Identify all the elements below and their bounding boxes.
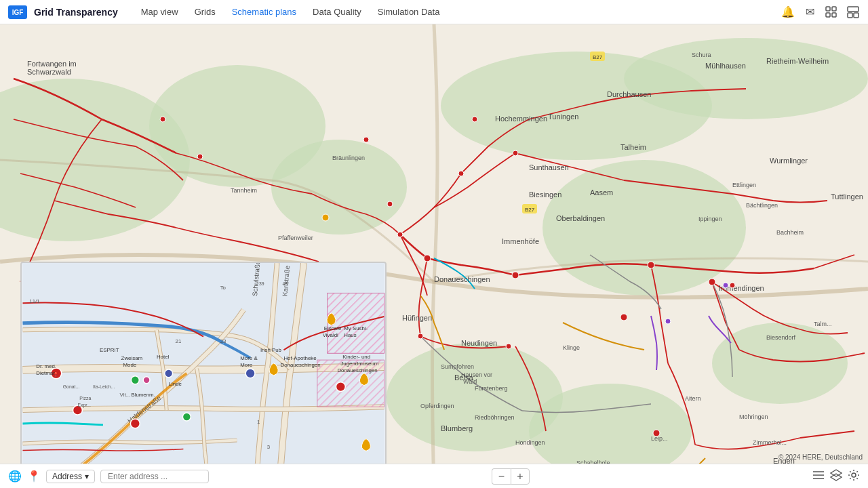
svg-point-102 <box>130 419 140 428</box>
chevron-down-icon: ▾ <box>85 472 89 481</box>
globe-icon[interactable]: 🌐 <box>8 470 22 483</box>
nav-map-view[interactable]: Map view <box>134 4 185 20</box>
svg-text:Riedböhringen: Riedböhringen <box>475 414 515 421</box>
svg-text:Pizza: Pizza <box>79 396 91 401</box>
svg-rect-8 <box>854 13 859 18</box>
zoom-out-button[interactable]: − <box>492 468 511 485</box>
layout-icon[interactable] <box>846 5 860 19</box>
svg-marker-146 <box>831 474 842 481</box>
svg-point-103 <box>336 382 345 392</box>
svg-rect-3 <box>832 7 836 11</box>
svg-text:Mode: Mode <box>123 362 137 368</box>
svg-text:Vit...: Vit... <box>120 392 131 398</box>
svg-text:Irish Pub: Irish Pub <box>260 347 282 353</box>
layers-icon[interactable] <box>830 469 842 484</box>
svg-text:Donaueschingen: Donaueschingen <box>281 362 321 368</box>
svg-text:Ita-Leich...: Ita-Leich... <box>93 384 115 389</box>
svg-text:Linde: Linde <box>169 381 182 387</box>
svg-point-84 <box>665 319 671 324</box>
svg-text:B27: B27 <box>525 207 535 213</box>
svg-text:Schura: Schura <box>692 52 711 58</box>
nav-grids[interactable]: Grids <box>188 4 222 20</box>
bell-icon[interactable]: 🔔 <box>781 5 795 19</box>
svg-point-71 <box>424 255 431 262</box>
svg-text:Biesingen: Biesingen <box>529 190 561 199</box>
svg-rect-6 <box>848 7 859 12</box>
svg-text:Eiscafé: Eiscafé <box>324 325 342 331</box>
svg-point-15 <box>542 160 746 296</box>
address-type-select[interactable]: Address ▾ <box>46 470 95 483</box>
inset-map-svg: Schulstraße Karlstraße Haldenstraße 📍 <box>22 263 385 470</box>
svg-point-87 <box>197 154 203 159</box>
top-navigation: IGF Grid Transparency Map view Grids Sch… <box>0 0 868 24</box>
bottom-bar: 🌐 📍 Address ▾ − + <box>0 464 868 488</box>
nav-data-quality[interactable]: Data Quality <box>306 4 368 20</box>
svg-text:Haus: Haus <box>344 332 356 338</box>
svg-text:Opferdingen: Opferdingen <box>420 403 454 409</box>
app-title: Grid Transparency <box>34 7 118 18</box>
svg-text:Hausen vor: Hausen vor <box>461 371 492 378</box>
svg-point-83 <box>723 283 728 288</box>
svg-point-81 <box>653 430 660 436</box>
map-area[interactable]: B27 B27 <box>0 24 868 488</box>
bottom-left: 🌐 📍 Address ▾ <box>8 470 209 483</box>
svg-point-90 <box>506 344 511 349</box>
svg-text:Neudingen: Neudingen <box>461 339 497 347</box>
svg-text:Durchhausen: Durchhausen <box>607 90 651 98</box>
svg-text:Hüfingen: Hüfingen <box>402 314 432 322</box>
address-type-label: Address <box>52 472 82 481</box>
svg-text:Klinge: Klinge <box>563 344 580 351</box>
nav-simulation-data[interactable]: Simulation Data <box>371 4 447 20</box>
svg-text:Hondingen: Hondingen <box>515 439 545 446</box>
svg-point-108 <box>143 377 150 384</box>
svg-text:Zimmerhol...: Zimmerhol... <box>753 439 787 446</box>
svg-point-105 <box>165 369 173 378</box>
marker-icon[interactable]: 📍 <box>27 470 41 483</box>
zoom-in-button[interactable]: + <box>511 468 530 485</box>
svg-text:Aitern: Aitern <box>685 395 701 402</box>
svg-text:Dietmar: Dietmar <box>36 370 55 376</box>
svg-text:Sumpfohren: Sumpfohren <box>441 363 474 370</box>
settings-icon[interactable] <box>848 469 860 484</box>
svg-text:1: 1 <box>257 419 260 425</box>
svg-text:Talm...: Talm... <box>814 321 832 327</box>
svg-point-147 <box>852 473 856 477</box>
svg-text:To: To <box>220 285 226 291</box>
address-search-input[interactable] <box>100 470 209 483</box>
mail-icon[interactable]: ✉ <box>803 5 816 19</box>
nav-items: Map view Grids Schematic plans Data Qual… <box>134 4 781 20</box>
svg-text:Hof-Apotheke: Hof-Apotheke <box>283 355 317 361</box>
svg-rect-5 <box>832 13 836 17</box>
svg-point-76 <box>709 279 715 285</box>
svg-text:Kinder- und: Kinder- und <box>342 354 370 360</box>
svg-text:3: 3 <box>267 444 271 450</box>
grid-icon[interactable] <box>825 5 838 19</box>
list-icon[interactable] <box>812 469 825 484</box>
svg-text:Jugendmuseum: Jugendmuseum <box>340 361 378 367</box>
svg-rect-4 <box>826 13 830 17</box>
svg-text:Sunthausen: Sunthausen <box>529 163 569 171</box>
svg-text:39: 39 <box>259 281 264 286</box>
svg-text:Bachheim: Bachheim <box>776 229 804 236</box>
nav-schematic-plans[interactable]: Schematic plans <box>225 4 303 20</box>
svg-text:Bächtlingen: Bächtlingen <box>746 202 778 209</box>
svg-point-106 <box>131 376 139 384</box>
inset-map[interactable]: Schulstraße Karlstraße Haldenstraße 📍 <box>20 262 387 472</box>
svg-point-73 <box>458 171 464 176</box>
svg-point-104 <box>245 369 255 378</box>
svg-text:Expr...: Expr... <box>77 403 91 408</box>
zoom-controls: − + <box>492 468 530 485</box>
svg-text:Donaueschingen: Donaueschingen <box>337 367 377 373</box>
svg-text:More: More <box>240 362 253 368</box>
svg-text:Schwarzwald: Schwarzwald <box>27 68 71 76</box>
svg-text:Hochemmingen: Hochemmingen <box>495 115 547 123</box>
svg-text:IGF: IGF <box>12 9 24 16</box>
svg-point-75 <box>648 262 654 268</box>
map-copyright: © 2024 HERE, Deutschland <box>778 453 863 461</box>
svg-text:B27: B27 <box>593 54 603 60</box>
svg-text:Talheim: Talheim <box>620 143 646 151</box>
svg-point-107 <box>182 413 191 421</box>
svg-point-80 <box>620 314 627 321</box>
svg-text:Blumenm.: Blumenm. <box>131 392 155 398</box>
svg-text:43: 43 <box>282 281 288 286</box>
